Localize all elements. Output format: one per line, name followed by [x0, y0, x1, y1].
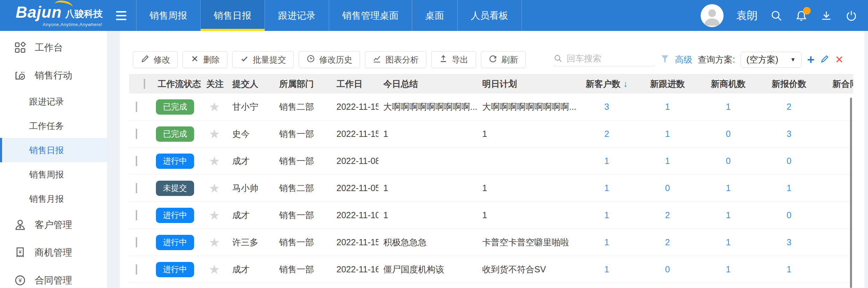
top-tab-follow-records[interactable]: 跟进记录: [265, 0, 329, 31]
download-icon[interactable]: [820, 9, 833, 22]
table-row[interactable]: 进行中★成才销售一部2022-11-16僵尸国度机构该收到货不符合SV1011: [129, 256, 853, 283]
cell-value-link[interactable]: 1: [665, 156, 670, 166]
sidebar-item[interactable]: 销售月报: [0, 187, 107, 211]
select-all-checkbox[interactable]: [144, 79, 145, 89]
table-row[interactable]: 未提交★马小帅销售二部2022-11-05111011: [129, 175, 853, 202]
favorite-star-icon[interactable]: ★: [209, 209, 220, 222]
top-tab-sales-daily[interactable]: 销售日报: [200, 0, 265, 31]
cell-value-link[interactable]: 0: [726, 156, 731, 166]
edit-plan-icon[interactable]: [820, 54, 829, 65]
cell-value-link[interactable]: 1: [726, 237, 731, 247]
status-badge: 进行中: [156, 235, 194, 250]
table-row[interactable]: 已完成★甘小宁销售二部2022-11-15大啊啊啊啊啊啊啊啊啊...大啊啊啊啊啊…: [129, 93, 853, 121]
cell-value-link[interactable]: 3: [787, 129, 792, 139]
cell-value-link[interactable]: 0: [726, 129, 731, 139]
cell-value-link[interactable]: 2: [604, 129, 609, 139]
top-tab-sales-mgmt-desktop[interactable]: 销售管理桌面: [329, 0, 412, 31]
sidebar-item[interactable]: 销售行动: [0, 61, 107, 89]
cell-tomorrow_plan: 1: [477, 129, 576, 139]
favorite-star-icon[interactable]: ★: [209, 263, 220, 276]
query-plan-select[interactable]: (空方案) ▼: [741, 52, 802, 68]
top-tab-staff-board[interactable]: 人员看板: [457, 0, 522, 31]
search-input[interactable]: [566, 53, 655, 64]
sidebar-item[interactable]: 跟进记录: [0, 89, 107, 114]
cell-value-link[interactable]: 2: [665, 237, 670, 247]
avatar[interactable]: [701, 4, 724, 27]
cell-value-link[interactable]: 1: [604, 264, 609, 274]
table-row[interactable]: 已完成★史今销售一部2022-11-15112103: [129, 121, 853, 148]
cell-today_summary: 1: [378, 183, 477, 193]
cell-value-link[interactable]: 1: [604, 237, 609, 247]
cell-value-link[interactable]: 1: [726, 264, 731, 274]
sidebar-item[interactable]: ¥合同管理: [0, 266, 107, 288]
export-button[interactable]: 导出: [431, 51, 476, 68]
table-row[interactable]: 进行中★成才销售一部2022-11-10111210: [129, 202, 853, 229]
cell-tomorrow_plan: 卡普空卡普空噼里啪啦: [477, 237, 576, 248]
power-icon[interactable]: [845, 9, 858, 22]
notification-bell-icon[interactable]: [795, 9, 808, 22]
table-row[interactable]: 进行中★许三多销售一部2022-11-15积极急急急卡普空卡普空噼里啪啦1213: [129, 229, 853, 256]
favorite-star-icon[interactable]: ★: [209, 236, 220, 249]
refresh-button[interactable]: 刷新: [481, 51, 526, 68]
cell-value-link[interactable]: 0: [787, 210, 792, 220]
delete-plan-icon[interactable]: ✕: [835, 55, 844, 65]
sidebar-item[interactable]: 工作台: [0, 34, 107, 61]
batch-submit-button[interactable]: 批量提交: [232, 51, 294, 68]
cell-value-link[interactable]: 0: [787, 156, 792, 166]
cell-value-link[interactable]: 2: [665, 210, 670, 220]
col-header-label: 工作流状态: [158, 79, 201, 89]
cell-checkbox: [129, 102, 153, 112]
row-checkbox[interactable]: [136, 210, 137, 220]
cell-value-link[interactable]: 1: [604, 210, 609, 220]
edit-history-button[interactable]: 修改历史: [299, 51, 360, 68]
search-icon[interactable]: [770, 9, 783, 22]
sidebar-item[interactable]: 工作任务: [0, 114, 107, 138]
vertical-scrollbar[interactable]: [850, 98, 852, 288]
add-plan-icon[interactable]: +: [807, 54, 815, 66]
cell-value-link[interactable]: 2: [787, 102, 792, 112]
cell-value-link[interactable]: 1: [787, 183, 792, 193]
top-tab-sales-weekly[interactable]: 销售周报: [136, 0, 200, 31]
cell-value-link[interactable]: 1: [726, 183, 731, 193]
favorite-star-icon[interactable]: ★: [209, 128, 220, 140]
cell-value-link[interactable]: 1: [726, 102, 731, 112]
favorite-star-icon[interactable]: ★: [209, 101, 220, 113]
cell-value: 大啊啊啊啊啊啊啊啊啊...: [383, 102, 477, 112]
cell-status: 进行中: [153, 262, 201, 277]
menu-toggle-icon[interactable]: [116, 11, 126, 20]
row-checkbox[interactable]: [136, 129, 137, 139]
cell-value-link[interactable]: 3: [787, 237, 792, 247]
user-name[interactable]: 袁朗: [736, 8, 758, 23]
sort-desc-icon[interactable]: ↓: [623, 79, 628, 89]
cell-value-link[interactable]: 1: [787, 264, 792, 274]
cell-value-link[interactable]: 0: [665, 264, 670, 274]
sidebar-item-label: 工作台: [35, 41, 63, 54]
sidebar-item[interactable]: 客户管理: [0, 211, 107, 239]
favorite-star-icon[interactable]: ★: [209, 155, 220, 167]
row-checkbox[interactable]: [136, 102, 137, 112]
row-checkbox[interactable]: [136, 183, 137, 193]
sidebar-item[interactable]: 销售日报: [0, 138, 107, 162]
favorite-star-icon[interactable]: ★: [209, 182, 220, 195]
cell-value-link[interactable]: 1: [726, 210, 731, 220]
cell-value-link[interactable]: 1: [665, 129, 670, 139]
row-checkbox[interactable]: [136, 237, 137, 247]
row-checkbox[interactable]: [136, 156, 137, 166]
cell-value-link[interactable]: 1: [604, 183, 609, 193]
cell-value-link[interactable]: 1: [665, 102, 670, 112]
status-badge: 进行中: [156, 208, 194, 223]
chart-analysis-button[interactable]: 图表分析: [365, 51, 426, 68]
edit-button[interactable]: 修改: [133, 51, 178, 68]
cell-value: 马小帅: [232, 183, 258, 193]
filter-funnel-icon[interactable]: [660, 54, 669, 66]
sidebar-item[interactable]: ¥商机管理: [0, 239, 107, 266]
delete-button[interactable]: 删除: [183, 51, 227, 68]
cell-value-link[interactable]: 0: [665, 183, 670, 193]
cell-value-link[interactable]: 3: [604, 102, 609, 112]
sidebar-item[interactable]: 销售周报: [0, 162, 107, 187]
cell-value-link[interactable]: 1: [604, 156, 609, 166]
advanced-search-link[interactable]: 高级: [675, 54, 692, 65]
table-row[interactable]: 进行中★成才销售一部2022-11-081100: [129, 148, 853, 175]
row-checkbox[interactable]: [136, 264, 137, 274]
top-tab-desktop[interactable]: 桌面: [412, 0, 457, 31]
